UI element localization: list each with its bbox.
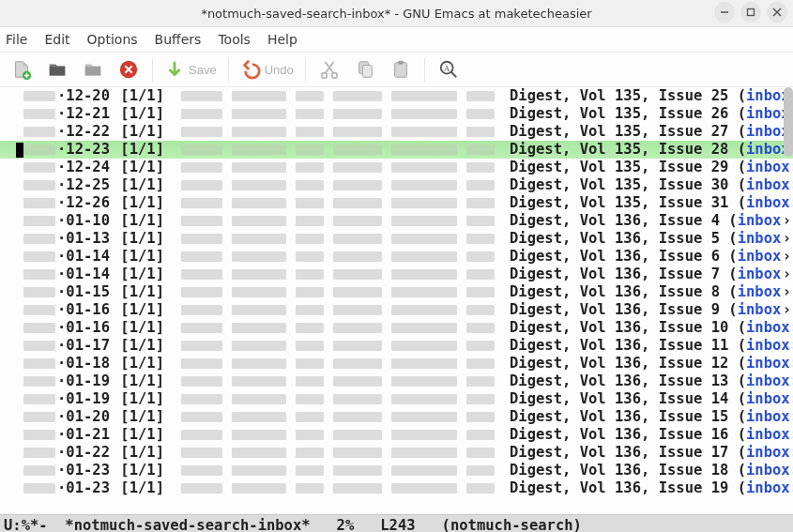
- mail-row[interactable]: ·01-16 [1/1]Digest, Vol 136, Issue 9 (in…: [0, 301, 793, 319]
- minimize-button[interactable]: [714, 2, 735, 23]
- modeline-line: L243: [380, 517, 415, 532]
- truncation-arrow-icon: ›: [790, 159, 793, 176]
- mail-row[interactable]: ·01-19 [1/1]Digest, Vol 136, Issue 14 (i…: [0, 390, 793, 408]
- mail-row[interactable]: ·12-20 [1/1]Digest, Vol 135, Issue 25 (i…: [0, 87, 793, 105]
- mail-date: ·12-22: [55, 123, 120, 141]
- copy-button[interactable]: [349, 55, 381, 84]
- svg-rect-10: [394, 63, 406, 78]
- window-titlebar: *notmuch-saved-search-inbox* - GNU Emacs…: [0, 0, 793, 27]
- mail-subject: Digest, Vol 135, Issue 27: [510, 123, 738, 141]
- mail-row[interactable]: ·01-15 [1/1]Digest, Vol 136, Issue 8 (in…: [0, 283, 793, 301]
- mail-row[interactable]: ·01-23 [1/1]Digest, Vol 136, Issue 18 (i…: [0, 462, 793, 479]
- mail-count: [1/1]: [120, 266, 164, 283]
- kill-buffer-button[interactable]: [113, 55, 145, 84]
- menu-help[interactable]: Help: [267, 32, 297, 47]
- open-directory-button[interactable]: [77, 55, 109, 84]
- redacted-sender: [181, 287, 495, 297]
- menu-file[interactable]: File: [6, 32, 27, 47]
- redacted-sender: [181, 127, 495, 137]
- mail-row[interactable]: ·01-14 [1/1]Digest, Vol 136, Issue 6 (in…: [0, 248, 793, 266]
- redacted-text: [23, 269, 55, 280]
- mail-count: [1/1]: [120, 123, 164, 141]
- mail-subject: Digest, Vol 135, Issue 31: [510, 194, 738, 212]
- mail-date: ·12-20: [55, 87, 120, 105]
- mail-row[interactable]: ·01-19 [1/1]Digest, Vol 136, Issue 13 (i…: [0, 372, 793, 390]
- paren-open: (: [728, 266, 737, 283]
- mail-tag: inbox: [738, 248, 782, 266]
- paren-open: (: [728, 301, 737, 319]
- mail-date: ·01-16: [55, 319, 120, 337]
- buffer-area[interactable]: ·12-20 [1/1]Digest, Vol 135, Issue 25 (i…: [0, 87, 793, 514]
- redacted-sender: [181, 234, 495, 244]
- redacted-sender: [181, 341, 495, 351]
- search-button[interactable]: A: [433, 55, 465, 84]
- mail-date: ·01-19: [55, 372, 120, 390]
- mail-subject: Digest, Vol 135, Issue 26: [510, 105, 738, 123]
- mail-subject: Digest, Vol 136, Issue 5: [510, 230, 728, 248]
- truncation-arrow-icon: ›: [783, 248, 793, 266]
- cut-button[interactable]: [313, 55, 345, 84]
- truncation-arrow-icon: ›: [790, 194, 793, 212]
- mail-count: [1/1]: [120, 194, 164, 212]
- paren-open: (: [738, 390, 746, 408]
- new-file-button[interactable]: [6, 55, 38, 84]
- scrollbar-thumb[interactable]: [784, 87, 793, 157]
- mail-subject: Digest, Vol 136, Issue 13: [510, 372, 738, 390]
- maximize-button[interactable]: [740, 2, 761, 23]
- mail-date: ·12-26: [55, 194, 120, 212]
- truncation-arrow-icon: ›: [783, 283, 793, 301]
- truncation-arrow-icon: ›: [790, 319, 793, 337]
- redacted-sender: [181, 198, 495, 208]
- mail-row[interactable]: ·01-16 [1/1]Digest, Vol 136, Issue 10 (i…: [0, 319, 793, 337]
- mail-row[interactable]: ·12-23 [1/1]Digest, Vol 135, Issue 28 (i…: [0, 141, 793, 159]
- redacted-sender: [181, 269, 495, 280]
- mail-row[interactable]: ·01-21 [1/1]Digest, Vol 136, Issue 16 (i…: [0, 426, 793, 444]
- close-button[interactable]: [767, 2, 787, 23]
- mail-tag: inbox: [746, 372, 790, 390]
- save-button[interactable]: Save: [160, 55, 221, 84]
- truncation-arrow-icon: ›: [790, 479, 793, 497]
- toolbar-separator: [424, 57, 425, 82]
- menu-options[interactable]: Options: [87, 32, 138, 47]
- redacted-sender: [181, 394, 495, 404]
- mail-tag: inbox: [738, 230, 782, 248]
- mail-row[interactable]: ·12-22 [1/1]Digest, Vol 135, Issue 27 (i…: [0, 123, 793, 141]
- mail-row[interactable]: ·01-17 [1/1]Digest, Vol 136, Issue 11 (i…: [0, 337, 793, 355]
- mail-row[interactable]: ·12-25 [1/1]Digest, Vol 135, Issue 30 (i…: [0, 176, 793, 194]
- mail-date: ·01-14: [55, 266, 120, 283]
- redacted-sender: [181, 465, 495, 476]
- toolbar-separator: [152, 57, 153, 82]
- menu-edit[interactable]: Edit: [44, 32, 69, 47]
- mail-tag: inbox: [746, 390, 790, 408]
- redacted-text: [23, 376, 55, 387]
- mail-row[interactable]: ·01-22 [1/1]Digest, Vol 136, Issue 17 (i…: [0, 444, 793, 462]
- open-folder-button[interactable]: [41, 55, 73, 84]
- mail-count: [1/1]: [120, 301, 164, 319]
- paren-open: (: [738, 462, 746, 479]
- undo-button[interactable]: Undo: [236, 55, 297, 84]
- mail-row[interactable]: ·12-26 [1/1]Digest, Vol 135, Issue 31 (i…: [0, 194, 793, 212]
- mail-row[interactable]: ·01-23 [1/1]Digest, Vol 136, Issue 19 (i…: [0, 479, 793, 497]
- redacted-sender: [181, 180, 495, 190]
- mail-date: ·01-15: [55, 283, 120, 301]
- paren-open: (: [728, 212, 737, 230]
- redacted-sender: [181, 358, 495, 369]
- redacted-text: [23, 465, 55, 476]
- paste-button[interactable]: [385, 55, 417, 84]
- mail-row[interactable]: ·01-14 [1/1]Digest, Vol 136, Issue 7 (in…: [0, 266, 793, 283]
- menu-tools[interactable]: Tools: [218, 32, 251, 47]
- mail-row[interactable]: ·12-21 [1/1]Digest, Vol 135, Issue 26 (i…: [0, 105, 793, 123]
- truncation-arrow-icon: ›: [790, 355, 793, 372]
- mail-row[interactable]: ·01-20 [1/1]Digest, Vol 136, Issue 15 (i…: [0, 408, 793, 426]
- truncation-arrow-icon: ›: [783, 230, 793, 248]
- mail-row[interactable]: ·01-10 [1/1]Digest, Vol 136, Issue 4 (in…: [0, 212, 793, 230]
- mail-count: [1/1]: [120, 212, 164, 230]
- paren-open: (: [738, 194, 746, 212]
- truncation-arrow-icon: ›: [790, 390, 793, 408]
- tool-bar: Save Undo A: [0, 53, 793, 87]
- mail-row[interactable]: ·01-13 [1/1]Digest, Vol 136, Issue 5 (in…: [0, 230, 793, 248]
- mail-row[interactable]: ·12-24 [1/1]Digest, Vol 135, Issue 29 (i…: [0, 159, 793, 176]
- mail-row[interactable]: ·01-18 [1/1]Digest, Vol 136, Issue 12 (i…: [0, 355, 793, 372]
- menu-buffers[interactable]: Buffers: [155, 32, 202, 47]
- paren-open: (: [738, 176, 746, 194]
